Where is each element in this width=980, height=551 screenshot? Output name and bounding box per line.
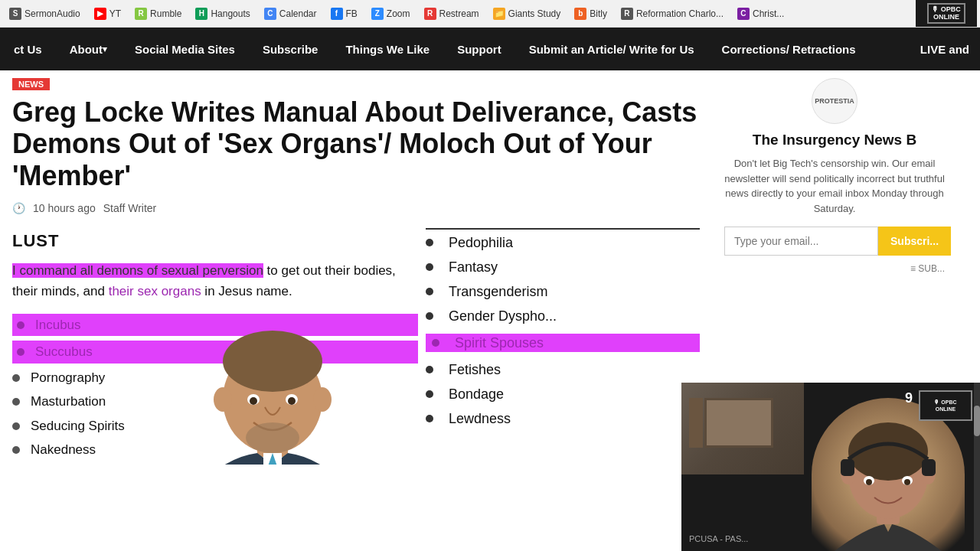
video-scrollbar[interactable] [974, 383, 980, 465]
video-overlay[interactable]: 🎙 OPBCONLINE 9 PCUSA - PAS... [681, 383, 980, 465]
nav-bar: ct Us About Social Media Sites Subscribe… [0, 28, 980, 70]
svg-rect-19 [922, 459, 936, 465]
list-item-spirit-spouses: Spirit Spouses [426, 334, 700, 352]
calendar-icon: C [264, 8, 276, 20]
nav-subscribe[interactable]: Subscribe [249, 28, 332, 70]
author: Staff Writer [103, 202, 157, 214]
nav-corrections[interactable]: Corrections/ Retractions [708, 28, 870, 70]
rumble-icon: R [135, 8, 147, 20]
bookmark-giants[interactable]: 📁 Giants Study [487, 6, 567, 21]
left-column: LUST I command all demons of sexual perv… [12, 228, 426, 465]
bitly-icon: b [574, 8, 586, 20]
sub-label: ≡ SUB... [724, 263, 945, 274]
bookmark-sermonaudio[interactable]: S SermonAudio [3, 6, 87, 21]
nav-social-media[interactable]: Social Media Sites [121, 28, 249, 70]
lust-content: LUST I command all demons of sexual perv… [12, 228, 700, 465]
video-inner: 🎙 OPBCONLINE 9 PCUSA - PAS... [681, 383, 980, 465]
list-item-gender-dysphoria: Gender Dyspho... [426, 309, 700, 323]
list-item-pedophilia: Pedophilia [426, 236, 700, 249]
bookmark-hangouts[interactable]: H Hangouts [189, 6, 256, 21]
list-item-bondage: Bondage [426, 387, 700, 401]
content-area: News Greg Locke Writes Manual About Deli… [0, 70, 712, 465]
nav-submit-article[interactable]: Submit an Article/ Write for Us [515, 28, 708, 70]
reformation-icon: R [621, 8, 633, 20]
nav-about[interactable]: About [56, 28, 121, 70]
list-item-lewdness: Lewdness [426, 412, 700, 425]
bookmark-calendar[interactable]: C Calendar [258, 6, 323, 21]
insurgency-title: The Insurgency News B [724, 132, 945, 148]
nav-live: LIVE and [910, 28, 980, 70]
svg-point-4 [214, 387, 232, 412]
article-body: LUST I command all demons of sexual perv… [12, 228, 700, 465]
christ-icon: C [737, 8, 750, 20]
list-item-fetishes: Fetishes [426, 363, 700, 377]
clock-icon: 🕐 [12, 202, 25, 214]
bookmark-christ[interactable]: C Christ... [731, 6, 790, 21]
person-image [181, 289, 364, 465]
hangouts-icon: H [195, 8, 207, 20]
svg-point-5 [313, 387, 332, 412]
bookmark-zoom[interactable]: Z Zoom [365, 6, 416, 21]
bookmark-rumble[interactable]: R Rumble [129, 6, 188, 21]
svg-point-9 [288, 397, 296, 405]
nav-things-we-like[interactable]: Things We Like [332, 28, 443, 70]
svg-point-10 [246, 422, 299, 453]
command-highlighted: I command all demons of sexual perversio… [12, 263, 263, 278]
lust-heading: LUST [12, 228, 418, 253]
video-logo: 🎙 OPBCONLINE [919, 390, 972, 421]
article-meta: 🕐 10 hours ago Staff Writer [12, 202, 700, 214]
email-row: Subscri... [724, 227, 945, 256]
nav-support[interactable]: Support [443, 28, 515, 70]
time-ago: 10 hours ago [33, 202, 96, 214]
list-item-transgenderism: Transgenderism [426, 285, 700, 298]
subscribe-button[interactable]: Subscri... [878, 227, 951, 256]
giants-icon: 📁 [493, 8, 505, 20]
video-number: 9 [905, 390, 913, 406]
email-input[interactable] [724, 227, 878, 256]
opbc-logo: 🎙 OPBC ONLINE [916, 0, 977, 28]
bookmark-reformation[interactable]: R Reformation Charlo... [615, 6, 730, 21]
bookmark-yt[interactable]: ▶ YT [88, 6, 127, 21]
right-column: Pedophilia Fantasy Transgenderism Gender… [426, 228, 700, 465]
insurgency-description: Don't let Big Tech's censorship win. Our… [724, 156, 945, 216]
protesta-logo: PROTESTIA [812, 78, 858, 124]
wall-frame-1 [704, 398, 773, 448]
nav-contact[interactable]: ct Us [0, 28, 56, 70]
news-badge: News [12, 78, 50, 90]
bookmarks-bar: S SermonAudio ▶ YT R Rumble H Hangouts C… [0, 0, 980, 28]
zoom-icon: Z [371, 8, 384, 20]
yt-icon: ▶ [94, 8, 106, 20]
svg-point-8 [250, 397, 257, 405]
bookmark-restream[interactable]: R Restream [418, 6, 485, 21]
article-title: Greg Locke Writes Manual About Deliveran… [12, 96, 700, 191]
svg-point-3 [223, 331, 322, 392]
wall-panel [689, 398, 703, 448]
bookmark-bitly[interactable]: b Bitly [568, 6, 613, 21]
restream-icon: R [424, 8, 436, 20]
svg-rect-18 [841, 459, 854, 465]
sermonaudio-icon: S [9, 8, 21, 20]
video-scrollbar-thumb[interactable] [974, 406, 980, 436]
list-item-fantasy: Fantasy [426, 260, 700, 274]
bookmark-fb[interactable]: f FB [325, 6, 364, 21]
fb-icon: f [331, 8, 343, 20]
right-bullet-list: Pedophilia Fantasy Transgenderism Gender… [426, 236, 700, 425]
